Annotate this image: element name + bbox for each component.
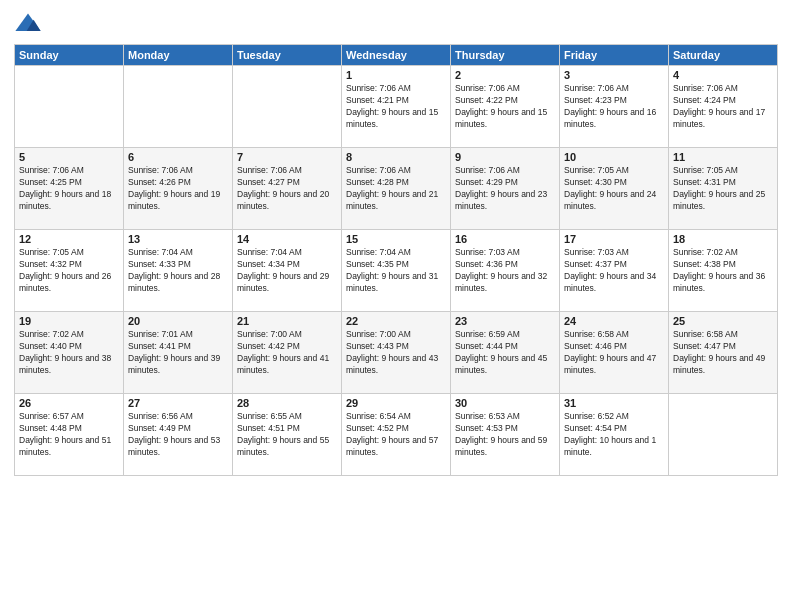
day-info: Sunrise: 6:57 AMSunset: 4:48 PMDaylight:… — [19, 411, 119, 459]
day-info: Sunrise: 6:56 AMSunset: 4:49 PMDaylight:… — [128, 411, 228, 459]
calendar-cell: 15Sunrise: 7:04 AMSunset: 4:35 PMDayligh… — [342, 230, 451, 312]
day-info: Sunrise: 7:06 AMSunset: 4:21 PMDaylight:… — [346, 83, 446, 131]
calendar-cell: 20Sunrise: 7:01 AMSunset: 4:41 PMDayligh… — [124, 312, 233, 394]
day-info: Sunrise: 7:04 AMSunset: 4:34 PMDaylight:… — [237, 247, 337, 295]
calendar-week-row: 26Sunrise: 6:57 AMSunset: 4:48 PMDayligh… — [15, 394, 778, 476]
calendar-cell: 19Sunrise: 7:02 AMSunset: 4:40 PMDayligh… — [15, 312, 124, 394]
day-number: 20 — [128, 315, 228, 327]
calendar-cell: 30Sunrise: 6:53 AMSunset: 4:53 PMDayligh… — [451, 394, 560, 476]
calendar-cell — [124, 66, 233, 148]
calendar-week-row: 1Sunrise: 7:06 AMSunset: 4:21 PMDaylight… — [15, 66, 778, 148]
day-number: 2 — [455, 69, 555, 81]
day-info: Sunrise: 7:02 AMSunset: 4:40 PMDaylight:… — [19, 329, 119, 377]
day-info: Sunrise: 6:52 AMSunset: 4:54 PMDaylight:… — [564, 411, 664, 459]
day-number: 12 — [19, 233, 119, 245]
calendar-cell: 9Sunrise: 7:06 AMSunset: 4:29 PMDaylight… — [451, 148, 560, 230]
calendar-cell: 18Sunrise: 7:02 AMSunset: 4:38 PMDayligh… — [669, 230, 778, 312]
day-number: 17 — [564, 233, 664, 245]
day-number: 23 — [455, 315, 555, 327]
day-number: 31 — [564, 397, 664, 409]
day-number: 6 — [128, 151, 228, 163]
calendar-day-header: Friday — [560, 45, 669, 66]
calendar-cell: 29Sunrise: 6:54 AMSunset: 4:52 PMDayligh… — [342, 394, 451, 476]
calendar-day-header: Sunday — [15, 45, 124, 66]
calendar-day-header: Tuesday — [233, 45, 342, 66]
calendar-cell: 13Sunrise: 7:04 AMSunset: 4:33 PMDayligh… — [124, 230, 233, 312]
calendar-cell: 7Sunrise: 7:06 AMSunset: 4:27 PMDaylight… — [233, 148, 342, 230]
day-info: Sunrise: 6:55 AMSunset: 4:51 PMDaylight:… — [237, 411, 337, 459]
day-info: Sunrise: 7:00 AMSunset: 4:43 PMDaylight:… — [346, 329, 446, 377]
day-number: 4 — [673, 69, 773, 81]
calendar-cell — [15, 66, 124, 148]
calendar-day-header: Wednesday — [342, 45, 451, 66]
calendar-cell: 3Sunrise: 7:06 AMSunset: 4:23 PMDaylight… — [560, 66, 669, 148]
calendar-cell: 4Sunrise: 7:06 AMSunset: 4:24 PMDaylight… — [669, 66, 778, 148]
day-info: Sunrise: 7:05 AMSunset: 4:32 PMDaylight:… — [19, 247, 119, 295]
day-number: 22 — [346, 315, 446, 327]
day-info: Sunrise: 6:54 AMSunset: 4:52 PMDaylight:… — [346, 411, 446, 459]
calendar-cell: 5Sunrise: 7:06 AMSunset: 4:25 PMDaylight… — [15, 148, 124, 230]
day-info: Sunrise: 7:06 AMSunset: 4:27 PMDaylight:… — [237, 165, 337, 213]
calendar-cell: 2Sunrise: 7:06 AMSunset: 4:22 PMDaylight… — [451, 66, 560, 148]
day-number: 10 — [564, 151, 664, 163]
day-number: 15 — [346, 233, 446, 245]
calendar-table: SundayMondayTuesdayWednesdayThursdayFrid… — [14, 44, 778, 476]
calendar-cell: 14Sunrise: 7:04 AMSunset: 4:34 PMDayligh… — [233, 230, 342, 312]
calendar-cell: 1Sunrise: 7:06 AMSunset: 4:21 PMDaylight… — [342, 66, 451, 148]
day-number: 5 — [19, 151, 119, 163]
calendar-cell: 31Sunrise: 6:52 AMSunset: 4:54 PMDayligh… — [560, 394, 669, 476]
day-number: 21 — [237, 315, 337, 327]
day-info: Sunrise: 6:58 AMSunset: 4:46 PMDaylight:… — [564, 329, 664, 377]
day-info: Sunrise: 7:05 AMSunset: 4:30 PMDaylight:… — [564, 165, 664, 213]
calendar-day-header: Thursday — [451, 45, 560, 66]
calendar-cell: 25Sunrise: 6:58 AMSunset: 4:47 PMDayligh… — [669, 312, 778, 394]
calendar-header-row: SundayMondayTuesdayWednesdayThursdayFrid… — [15, 45, 778, 66]
calendar-cell: 11Sunrise: 7:05 AMSunset: 4:31 PMDayligh… — [669, 148, 778, 230]
day-info: Sunrise: 7:05 AMSunset: 4:31 PMDaylight:… — [673, 165, 773, 213]
calendar-day-header: Saturday — [669, 45, 778, 66]
day-info: Sunrise: 7:03 AMSunset: 4:36 PMDaylight:… — [455, 247, 555, 295]
day-number: 29 — [346, 397, 446, 409]
day-info: Sunrise: 7:04 AMSunset: 4:35 PMDaylight:… — [346, 247, 446, 295]
calendar-day-header: Monday — [124, 45, 233, 66]
day-number: 30 — [455, 397, 555, 409]
day-number: 14 — [237, 233, 337, 245]
calendar-cell — [233, 66, 342, 148]
logo — [14, 10, 46, 38]
day-number: 25 — [673, 315, 773, 327]
calendar-cell: 16Sunrise: 7:03 AMSunset: 4:36 PMDayligh… — [451, 230, 560, 312]
day-number: 1 — [346, 69, 446, 81]
calendar-week-row: 12Sunrise: 7:05 AMSunset: 4:32 PMDayligh… — [15, 230, 778, 312]
day-info: Sunrise: 6:58 AMSunset: 4:47 PMDaylight:… — [673, 329, 773, 377]
page-container: SundayMondayTuesdayWednesdayThursdayFrid… — [0, 0, 792, 484]
day-number: 24 — [564, 315, 664, 327]
day-number: 27 — [128, 397, 228, 409]
calendar-cell: 23Sunrise: 6:59 AMSunset: 4:44 PMDayligh… — [451, 312, 560, 394]
calendar-cell: 21Sunrise: 7:00 AMSunset: 4:42 PMDayligh… — [233, 312, 342, 394]
calendar-cell: 8Sunrise: 7:06 AMSunset: 4:28 PMDaylight… — [342, 148, 451, 230]
calendar-cell: 6Sunrise: 7:06 AMSunset: 4:26 PMDaylight… — [124, 148, 233, 230]
day-number: 26 — [19, 397, 119, 409]
day-info: Sunrise: 6:59 AMSunset: 4:44 PMDaylight:… — [455, 329, 555, 377]
calendar-cell: 28Sunrise: 6:55 AMSunset: 4:51 PMDayligh… — [233, 394, 342, 476]
day-number: 11 — [673, 151, 773, 163]
day-info: Sunrise: 7:06 AMSunset: 4:24 PMDaylight:… — [673, 83, 773, 131]
calendar-cell: 12Sunrise: 7:05 AMSunset: 4:32 PMDayligh… — [15, 230, 124, 312]
calendar-cell: 17Sunrise: 7:03 AMSunset: 4:37 PMDayligh… — [560, 230, 669, 312]
day-number: 18 — [673, 233, 773, 245]
day-info: Sunrise: 7:06 AMSunset: 4:28 PMDaylight:… — [346, 165, 446, 213]
calendar-cell: 27Sunrise: 6:56 AMSunset: 4:49 PMDayligh… — [124, 394, 233, 476]
logo-icon — [14, 10, 42, 38]
day-number: 28 — [237, 397, 337, 409]
calendar-cell — [669, 394, 778, 476]
day-info: Sunrise: 7:02 AMSunset: 4:38 PMDaylight:… — [673, 247, 773, 295]
day-info: Sunrise: 7:01 AMSunset: 4:41 PMDaylight:… — [128, 329, 228, 377]
day-info: Sunrise: 7:06 AMSunset: 4:26 PMDaylight:… — [128, 165, 228, 213]
day-info: Sunrise: 7:06 AMSunset: 4:22 PMDaylight:… — [455, 83, 555, 131]
calendar-cell: 24Sunrise: 6:58 AMSunset: 4:46 PMDayligh… — [560, 312, 669, 394]
day-info: Sunrise: 6:53 AMSunset: 4:53 PMDaylight:… — [455, 411, 555, 459]
day-info: Sunrise: 7:03 AMSunset: 4:37 PMDaylight:… — [564, 247, 664, 295]
day-number: 7 — [237, 151, 337, 163]
day-number: 8 — [346, 151, 446, 163]
day-info: Sunrise: 7:06 AMSunset: 4:29 PMDaylight:… — [455, 165, 555, 213]
